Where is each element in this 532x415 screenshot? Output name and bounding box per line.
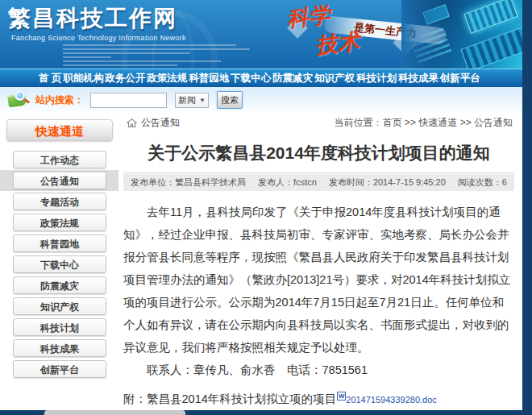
search-input[interactable] bbox=[90, 93, 167, 108]
sidebar-row: 专题活动 bbox=[0, 191, 118, 212]
main-column: 公告通知 当前位置：首页 >> 快速通道 >> 公告通知 关于公示繁昌县2014… bbox=[118, 113, 522, 410]
sidebar-item-science-popular[interactable]: 科普园地 bbox=[13, 234, 106, 252]
sidebar-item-work-news[interactable]: 工作动态 bbox=[13, 151, 106, 168]
chip-graphic bbox=[422, 4, 450, 24]
search-category-value: 新闻 bbox=[178, 94, 196, 106]
footer-edge-decoration bbox=[44, 410, 185, 415]
sidebar-row: 政策法规 bbox=[0, 212, 118, 233]
article-title: 关于公示繁昌县2014年度科技计划项目的通知 bbox=[123, 142, 514, 173]
meta-publish-time: 发布时间：2014-7-15 9:45:20 bbox=[329, 177, 446, 187]
decorative-text-lines bbox=[63, 44, 250, 68]
header-banner: 繁昌科技工作网 Fanchang Science Technology Info… bbox=[0, 0, 522, 68]
article-body: 去年11月，县科技局印发了《关于申报2014年度县科技计划项目的通知》，经过企业… bbox=[123, 201, 514, 381]
sidebar-row: 防震减灾 bbox=[0, 275, 118, 296]
attachment-link[interactable]: 201471594339280.doc bbox=[346, 395, 437, 405]
sidebar-item-ip[interactable]: 知识产权 bbox=[13, 297, 106, 315]
slogan-word-technology: 技术 bbox=[314, 27, 360, 60]
sidebar-item-announcements[interactable]: 公告通知 bbox=[13, 172, 106, 189]
sidebar-header: 快速通道 bbox=[6, 119, 113, 141]
search-book-icon bbox=[8, 90, 32, 110]
search-label: 站内搜索： bbox=[35, 93, 84, 107]
nav-item-ip[interactable]: 知识产权 bbox=[314, 72, 355, 85]
nav-item-policies[interactable]: 政策法规 bbox=[147, 72, 187, 85]
sidebar-item-special-events[interactable]: 专题活动 bbox=[13, 193, 106, 210]
meta-read-count: 阅读次数：6 bbox=[458, 177, 507, 187]
site-wrapper: 繁昌科技工作网 Fanchang Science Technology Info… bbox=[0, 0, 522, 410]
site-subtitle: Fanchang Science Technology Information … bbox=[11, 34, 186, 42]
sidebar-row-active: 公告通知 bbox=[0, 170, 118, 191]
sidebar: 快速通道 工作动态 公告通知 专题活动 政策法规 科普园地 下载中心 防震减灾 … bbox=[0, 113, 118, 410]
sidebar-row: 下载中心 bbox=[0, 254, 118, 275]
site-search-bar: 站内搜索： 新闻 ▼ 搜索 bbox=[0, 87, 522, 113]
search-category-dropdown[interactable]: 新闻 ▼ bbox=[175, 93, 209, 108]
sidebar-row: 科技计划 bbox=[0, 317, 118, 338]
sidebar-row: 创新平台 bbox=[0, 359, 118, 380]
circuit-traces bbox=[409, 26, 452, 64]
slogan-word-science: 科学 bbox=[285, 0, 331, 33]
sidebar-item-tech-plans[interactable]: 科技计划 bbox=[13, 318, 106, 336]
nav-item-earthquake[interactable]: 防震减灾 bbox=[272, 72, 313, 85]
sidebar-item-download-center[interactable]: 下载中心 bbox=[13, 255, 106, 273]
contact-line: 联系人：章传凡、俞水香 电话：7851561 bbox=[123, 359, 514, 381]
main-navigation: 首 页 职能机构 政务公开 政策法规 科普园地 下载中心 防震减灾 知识产权 科… bbox=[0, 68, 522, 87]
word-doc-icon: W bbox=[337, 392, 346, 400]
search-button[interactable]: 搜索 bbox=[217, 91, 243, 109]
nav-item-innovation-platform[interactable]: 创新平台 bbox=[440, 72, 480, 85]
nav-item-tech-plans[interactable]: 科技计划 bbox=[356, 72, 397, 85]
sidebar-item-innovation-platform[interactable]: 创新平台 bbox=[13, 360, 106, 378]
nav-item-gov-affairs[interactable]: 政务公开 bbox=[105, 72, 145, 85]
attachment-line: 附：繁昌县2014年科技计划拟立项的项目W201471594339280.doc bbox=[123, 388, 514, 410]
meta-publish-unit: 发布单位：繁昌县科学技术局 bbox=[131, 177, 246, 187]
section-title: 公告通知 bbox=[141, 116, 180, 130]
nav-item-science-popular[interactable]: 科普园地 bbox=[189, 72, 229, 85]
sidebar-row: 科技成果 bbox=[0, 338, 118, 359]
home-icon bbox=[127, 118, 137, 128]
nav-item-functions[interactable]: 职能机构 bbox=[63, 72, 103, 85]
sidebar-row: 知识产权 bbox=[0, 296, 118, 317]
breadcrumb[interactable]: 当前位置：首页 >> 快速通道 >> 公告通知 bbox=[335, 116, 513, 130]
chip-graphic bbox=[460, 27, 522, 68]
chevron-down-icon: ▼ bbox=[199, 97, 206, 104]
circuit-board-image bbox=[401, 0, 522, 68]
sidebar-row: 工作动态 bbox=[0, 149, 118, 170]
chip-graphic bbox=[463, 0, 517, 34]
attachment-label: 附：繁昌县2014年科技计划拟立项的项目 bbox=[123, 392, 336, 405]
breadcrumb-row: 公告通知 当前位置：首页 >> 快速通道 >> 公告通知 bbox=[123, 113, 514, 129]
article-meta-bar: 发布单位：繁昌县科学技术局 发布人：fcstcn 发布时间：2014-7-15 … bbox=[123, 174, 514, 191]
site-title: 繁昌科技工作网 bbox=[8, 3, 177, 34]
sidebar-row: 科普园地 bbox=[0, 233, 118, 254]
sidebar-item-earthquake[interactable]: 防震减灾 bbox=[13, 276, 106, 294]
content-area: 快速通道 工作动态 公告通知 专题活动 政策法规 科普园地 下载中心 防震减灾 … bbox=[0, 113, 522, 410]
nav-item-downloads[interactable]: 下载中心 bbox=[231, 72, 271, 85]
nav-item-home[interactable]: 首 页 bbox=[39, 72, 61, 85]
article-paragraph: 去年11月，县科技局印发了《关于申报2014年度县科技计划项目的通知》，经过企业… bbox=[123, 201, 514, 359]
sidebar-item-tech-achievements[interactable]: 科技成果 bbox=[13, 339, 106, 357]
nav-item-tech-achievements[interactable]: 科技成果 bbox=[398, 72, 438, 85]
meta-publisher: 发布人：fcstcn bbox=[258, 177, 317, 187]
sidebar-item-policies[interactable]: 政策法规 bbox=[13, 214, 106, 231]
